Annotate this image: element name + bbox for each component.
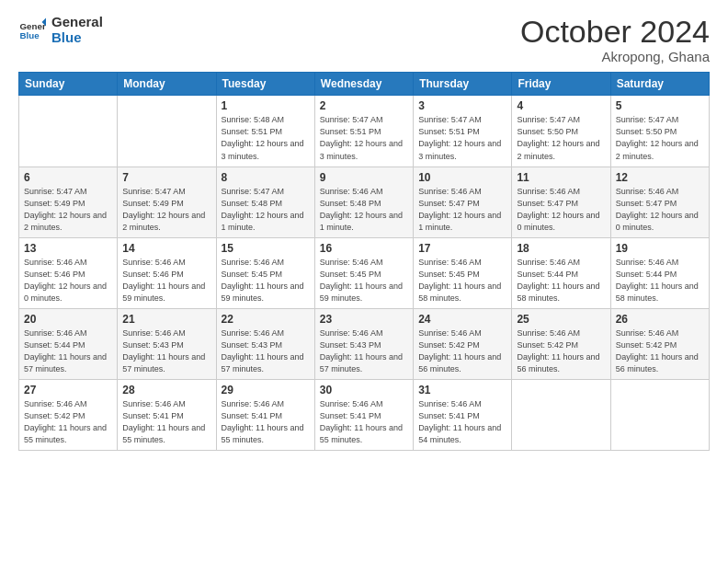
day-number: 17 <box>418 242 506 255</box>
day-info: Sunrise: 5:46 AM Sunset: 5:47 PM Dayligh… <box>616 186 704 234</box>
day-cell: 16Sunrise: 5:46 AM Sunset: 5:45 PM Dayli… <box>314 237 413 308</box>
day-number: 8 <box>222 171 310 184</box>
week-row-3: 13Sunrise: 5:46 AM Sunset: 5:46 PM Dayli… <box>19 237 710 308</box>
weekday-header-friday: Friday <box>512 73 610 96</box>
day-cell: 19Sunrise: 5:46 AM Sunset: 5:44 PM Dayli… <box>610 237 709 308</box>
page: General Blue General Blue October 2024 A… <box>0 0 728 563</box>
day-cell: 14Sunrise: 5:46 AM Sunset: 5:46 PM Dayli… <box>118 237 216 308</box>
day-number: 4 <box>517 99 605 112</box>
day-info: Sunrise: 5:47 AM Sunset: 5:51 PM Dayligh… <box>418 114 506 162</box>
day-cell: 24Sunrise: 5:46 AM Sunset: 5:42 PM Dayli… <box>414 308 512 379</box>
day-info: Sunrise: 5:47 AM Sunset: 5:49 PM Dayligh… <box>122 186 210 234</box>
day-info: Sunrise: 5:46 AM Sunset: 5:44 PM Dayligh… <box>517 257 605 304</box>
day-cell: 22Sunrise: 5:46 AM Sunset: 5:43 PM Dayli… <box>216 308 314 379</box>
day-cell: 6Sunrise: 5:47 AM Sunset: 5:49 PM Daylig… <box>19 167 118 237</box>
day-cell: 31Sunrise: 5:46 AM Sunset: 5:41 PM Dayli… <box>414 380 512 451</box>
month-title: October 2024 <box>520 15 710 49</box>
svg-text:Blue: Blue <box>20 30 40 40</box>
day-cell: 27Sunrise: 5:46 AM Sunset: 5:42 PM Dayli… <box>19 380 118 451</box>
day-info: Sunrise: 5:46 AM Sunset: 5:46 PM Dayligh… <box>24 257 112 304</box>
day-number: 9 <box>320 171 408 184</box>
weekday-header-thursday: Thursday <box>414 73 512 96</box>
day-cell: 20Sunrise: 5:46 AM Sunset: 5:44 PM Dayli… <box>19 308 118 379</box>
day-cell: 2Sunrise: 5:47 AM Sunset: 5:51 PM Daylig… <box>314 96 413 167</box>
weekday-header-sunday: Sunday <box>19 73 118 96</box>
day-cell <box>610 380 709 451</box>
week-row-4: 20Sunrise: 5:46 AM Sunset: 5:44 PM Dayli… <box>19 308 710 379</box>
day-number: 5 <box>616 99 704 112</box>
day-number: 20 <box>24 313 112 326</box>
day-cell <box>19 96 118 167</box>
day-cell: 7Sunrise: 5:47 AM Sunset: 5:49 PM Daylig… <box>118 167 216 237</box>
day-info: Sunrise: 5:46 AM Sunset: 5:47 PM Dayligh… <box>418 186 506 234</box>
day-number: 6 <box>24 171 112 184</box>
weekday-header-monday: Monday <box>118 73 216 96</box>
day-cell: 4Sunrise: 5:47 AM Sunset: 5:50 PM Daylig… <box>512 96 610 167</box>
day-info: Sunrise: 5:46 AM Sunset: 5:42 PM Dayligh… <box>24 398 112 446</box>
day-info: Sunrise: 5:46 AM Sunset: 5:42 PM Dayligh… <box>517 327 605 375</box>
day-number: 3 <box>418 99 506 112</box>
week-row-2: 6Sunrise: 5:47 AM Sunset: 5:49 PM Daylig… <box>19 167 710 237</box>
location-title: Akropong, Ghana <box>520 49 710 64</box>
day-info: Sunrise: 5:46 AM Sunset: 5:48 PM Dayligh… <box>320 186 408 234</box>
day-info: Sunrise: 5:46 AM Sunset: 5:41 PM Dayligh… <box>418 398 506 446</box>
day-info: Sunrise: 5:46 AM Sunset: 5:41 PM Dayligh… <box>122 398 210 446</box>
day-number: 13 <box>24 242 112 255</box>
day-number: 1 <box>222 99 310 112</box>
day-number: 18 <box>517 242 605 255</box>
day-cell: 5Sunrise: 5:47 AM Sunset: 5:50 PM Daylig… <box>610 96 709 167</box>
day-info: Sunrise: 5:46 AM Sunset: 5:43 PM Dayligh… <box>222 327 310 375</box>
day-info: Sunrise: 5:47 AM Sunset: 5:50 PM Dayligh… <box>616 114 704 162</box>
day-number: 10 <box>418 171 506 184</box>
week-row-5: 27Sunrise: 5:46 AM Sunset: 5:42 PM Dayli… <box>19 380 710 451</box>
day-info: Sunrise: 5:46 AM Sunset: 5:45 PM Dayligh… <box>222 257 310 304</box>
logo-icon: General Blue <box>18 17 46 44</box>
day-cell: 26Sunrise: 5:46 AM Sunset: 5:42 PM Dayli… <box>610 308 709 379</box>
day-number: 2 <box>320 99 408 112</box>
day-cell: 23Sunrise: 5:46 AM Sunset: 5:43 PM Dayli… <box>314 308 413 379</box>
day-info: Sunrise: 5:46 AM Sunset: 5:44 PM Dayligh… <box>616 257 704 304</box>
day-info: Sunrise: 5:46 AM Sunset: 5:41 PM Dayligh… <box>320 398 408 446</box>
day-number: 31 <box>418 384 506 396</box>
day-info: Sunrise: 5:47 AM Sunset: 5:49 PM Dayligh… <box>24 186 112 234</box>
day-number: 26 <box>616 313 704 326</box>
day-cell: 11Sunrise: 5:46 AM Sunset: 5:47 PM Dayli… <box>512 167 610 237</box>
day-cell: 17Sunrise: 5:46 AM Sunset: 5:45 PM Dayli… <box>414 237 512 308</box>
day-info: Sunrise: 5:46 AM Sunset: 5:44 PM Dayligh… <box>24 327 112 375</box>
day-info: Sunrise: 5:47 AM Sunset: 5:51 PM Dayligh… <box>320 114 408 162</box>
day-cell: 8Sunrise: 5:47 AM Sunset: 5:48 PM Daylig… <box>216 167 314 237</box>
day-cell: 10Sunrise: 5:46 AM Sunset: 5:47 PM Dayli… <box>414 167 512 237</box>
day-info: Sunrise: 5:46 AM Sunset: 5:42 PM Dayligh… <box>616 327 704 375</box>
calendar-body: 1Sunrise: 5:48 AM Sunset: 5:51 PM Daylig… <box>19 96 710 451</box>
week-row-1: 1Sunrise: 5:48 AM Sunset: 5:51 PM Daylig… <box>19 96 710 167</box>
logo-general: General <box>51 15 103 30</box>
day-info: Sunrise: 5:46 AM Sunset: 5:47 PM Dayligh… <box>517 186 605 234</box>
day-info: Sunrise: 5:46 AM Sunset: 5:43 PM Dayligh… <box>122 327 210 375</box>
logo: General Blue General Blue <box>18 15 103 45</box>
day-number: 29 <box>222 384 310 396</box>
day-cell: 9Sunrise: 5:46 AM Sunset: 5:48 PM Daylig… <box>314 167 413 237</box>
day-info: Sunrise: 5:46 AM Sunset: 5:42 PM Dayligh… <box>418 327 506 375</box>
day-cell: 3Sunrise: 5:47 AM Sunset: 5:51 PM Daylig… <box>414 96 512 167</box>
weekday-header-saturday: Saturday <box>610 73 709 96</box>
day-info: Sunrise: 5:47 AM Sunset: 5:50 PM Dayligh… <box>517 114 605 162</box>
day-info: Sunrise: 5:46 AM Sunset: 5:43 PM Dayligh… <box>320 327 408 375</box>
day-info: Sunrise: 5:46 AM Sunset: 5:41 PM Dayligh… <box>222 398 310 446</box>
day-cell: 13Sunrise: 5:46 AM Sunset: 5:46 PM Dayli… <box>19 237 118 308</box>
day-number: 15 <box>222 242 310 255</box>
day-number: 7 <box>122 171 210 184</box>
day-cell: 21Sunrise: 5:46 AM Sunset: 5:43 PM Dayli… <box>118 308 216 379</box>
weekday-header-tuesday: Tuesday <box>216 73 314 96</box>
day-cell: 1Sunrise: 5:48 AM Sunset: 5:51 PM Daylig… <box>216 96 314 167</box>
day-info: Sunrise: 5:46 AM Sunset: 5:45 PM Dayligh… <box>320 257 408 304</box>
day-cell: 25Sunrise: 5:46 AM Sunset: 5:42 PM Dayli… <box>512 308 610 379</box>
day-number: 30 <box>320 384 408 396</box>
day-number: 27 <box>24 384 112 396</box>
day-info: Sunrise: 5:47 AM Sunset: 5:48 PM Dayligh… <box>222 186 310 234</box>
day-number: 28 <box>122 384 210 396</box>
day-number: 23 <box>320 313 408 326</box>
day-cell: 29Sunrise: 5:46 AM Sunset: 5:41 PM Dayli… <box>216 380 314 451</box>
day-cell: 15Sunrise: 5:46 AM Sunset: 5:45 PM Dayli… <box>216 237 314 308</box>
day-number: 21 <box>122 313 210 326</box>
weekday-header-wednesday: Wednesday <box>314 73 413 96</box>
